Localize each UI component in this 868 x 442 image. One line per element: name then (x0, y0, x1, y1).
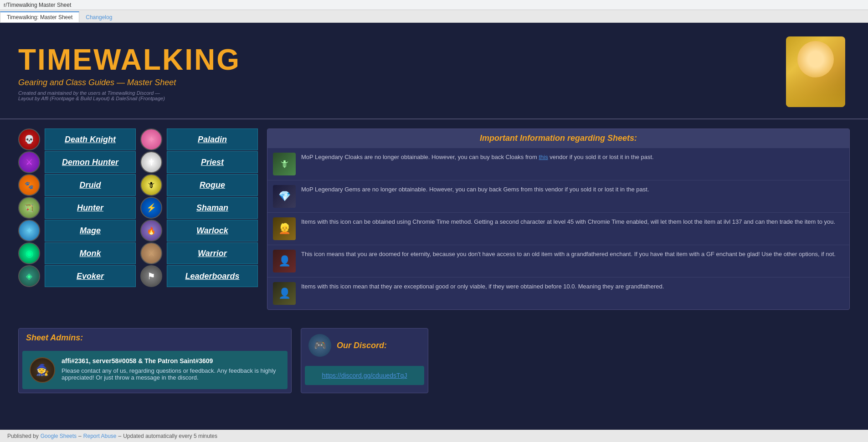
info-items: 🗡MoP Legendary Cloaks are no longer obta… (267, 148, 849, 309)
info-box: Important Information regarding Sheets: … (267, 128, 850, 310)
class-btn-death-knight[interactable]: Death Knight (45, 128, 136, 150)
info-link-0[interactable]: this (539, 154, 548, 160)
class-btn-leaderboards[interactable]: Leaderboards (167, 265, 258, 287)
admin-avatar: 🧙 (30, 357, 55, 383)
tab-master-sheet[interactable]: Timewalking: Master Sheet (0, 11, 79, 22)
footer-sep1: – (78, 433, 82, 439)
info-section: Important Information regarding Sheets: … (267, 128, 850, 310)
class-btn-druid[interactable]: Druid (45, 174, 136, 196)
class-icon-leaderboards (140, 265, 162, 287)
class-icon-demon-hunter (18, 151, 40, 173)
class-btn-warrior[interactable]: Warrior (167, 242, 258, 264)
tab-changelog[interactable]: Changelog (79, 12, 118, 22)
info-thumb-3: 👤 (273, 250, 296, 272)
sheet-admins-box: Sheet Admins: 🧙 affi#2361, server58#0058… (18, 328, 292, 393)
class-icon-priest (140, 151, 162, 173)
browser-title: r/Timewalking Master Sheet (4, 2, 71, 8)
class-icon-rogue (140, 174, 162, 196)
class-icon-mage (18, 220, 40, 242)
discord-header: 🎮 Our Discord: (301, 329, 428, 362)
discord-box: 🎮 Our Discord: https://discord.gg/cduued… (301, 328, 428, 393)
sheet-admins-header: Sheet Admins: (19, 329, 291, 347)
class-icon-hunter (18, 197, 40, 219)
class-btn-rogue[interactable]: Rogue (167, 174, 258, 196)
discord-title: Our Discord: (337, 341, 387, 350)
left-icon-column (18, 128, 40, 310)
sheet-admins-content: 🧙 affi#2361, server58#0058 & The Patron … (22, 351, 288, 389)
info-item-3: 👤This icon means that you are doomed for… (267, 245, 849, 277)
class-icon-paladin (140, 128, 162, 150)
info-item-2: 👱Items with this icon can be obtained us… (267, 212, 849, 245)
footer-sep2: – (118, 433, 122, 439)
class-icon-druid (18, 174, 40, 196)
info-thumb-0: 🗡 (273, 153, 296, 175)
class-btn-hunter[interactable]: Hunter (45, 197, 136, 219)
class-section: Death KnightDemon HunterDruidHunterMageM… (18, 128, 258, 310)
character-portrait (786, 36, 845, 107)
sheet-admins-title: Sheet Admins: (26, 333, 83, 342)
character-portrait-container (786, 36, 850, 109)
class-btn-shaman[interactable]: Shaman (167, 197, 258, 219)
right-class-column: PaladinPriestRogueShamanWarlockWarriorLe… (167, 128, 258, 310)
header-subtitle: Gearing and Class Guides — Master Sheet (18, 78, 777, 87)
info-item-0: 🗡MoP Legendary Cloaks are no longer obta… (267, 148, 849, 180)
main-content: Death KnightDemon HunterDruidHunterMageM… (0, 119, 868, 319)
class-icon-monk (18, 242, 40, 264)
tabs-bar: Timewalking: Master Sheet Changelog (0, 10, 868, 23)
info-text-0: MoP Legendary Cloaks are no longer obtai… (301, 153, 654, 162)
info-thumb-2: 👱 (273, 217, 296, 240)
right-icon-column (140, 128, 162, 310)
footer-google-sheets-link[interactable]: Google Sheets (41, 433, 77, 439)
discord-link-box: https://discord.gg/cduuedsTqJ (305, 366, 424, 385)
class-icon-evoker (18, 265, 40, 287)
footer-published-by: Published by (7, 433, 39, 439)
info-thumb-4: 👤 (273, 282, 296, 305)
footer-update-text: Updated automatically every 5 minutes (123, 433, 217, 439)
class-icon-shaman (140, 197, 162, 219)
discord-icon: 🎮 (308, 334, 331, 357)
class-btn-evoker[interactable]: Evoker (45, 265, 136, 287)
footer: Published by Google Sheets – Report Abus… (0, 430, 868, 442)
info-box-header: Important Information regarding Sheets: (267, 129, 849, 148)
info-text-2: Items with this icon can be obtained usi… (301, 217, 835, 226)
class-icon-warrior (140, 242, 162, 264)
bottom-section: Sheet Admins: 🧙 affi#2361, server58#0058… (0, 319, 868, 402)
class-btn-warlock[interactable]: Warlock (167, 220, 258, 242)
browser-title-bar: r/Timewalking Master Sheet (0, 0, 868, 10)
admin-description: Please contact any of us, regarding ques… (62, 367, 280, 381)
info-text-4: Items with this icon mean that they are … (301, 282, 664, 291)
class-btn-priest[interactable]: Priest (167, 151, 258, 173)
info-item-1: 💎MoP Legendary Gems are no longer obtain… (267, 180, 849, 212)
admin-names: affi#2361, server58#0058 & The Patron Sa… (62, 357, 280, 365)
page-wrapper: TIMEWALKING Gearing and Class Guides — M… (0, 23, 868, 433)
class-btn-paladin[interactable]: Paladin (167, 128, 258, 150)
header-title: TIMEWALKING (18, 45, 777, 74)
left-class-column: Death KnightDemon HunterDruidHunterMageM… (45, 128, 136, 310)
header-text: TIMEWALKING Gearing and Class Guides — M… (18, 45, 777, 101)
info-text-1: MoP Legendary Gems are no longer obtaina… (301, 185, 649, 194)
class-btn-demon-hunter[interactable]: Demon Hunter (45, 151, 136, 173)
header-credits: Created and maintained by the users at T… (18, 90, 777, 101)
info-text-3: This icon means that you are doomed for … (301, 250, 836, 259)
info-item-4: 👤Items with this icon mean that they are… (267, 277, 849, 309)
admin-text: affi#2361, server58#0058 & The Patron Sa… (62, 357, 280, 381)
class-btn-monk[interactable]: Monk (45, 242, 136, 264)
info-thumb-1: 💎 (273, 185, 296, 208)
footer-report-abuse-link[interactable]: Report Abuse (83, 433, 117, 439)
discord-link[interactable]: https://discord.gg/cduuedsTqJ (322, 372, 407, 379)
header: TIMEWALKING Gearing and Class Guides — M… (0, 23, 868, 119)
class-btn-mage[interactable]: Mage (45, 220, 136, 242)
class-icon-warlock (140, 220, 162, 242)
class-icon-death-knight (18, 128, 40, 150)
info-box-title: Important Information regarding Sheets: (480, 134, 637, 143)
